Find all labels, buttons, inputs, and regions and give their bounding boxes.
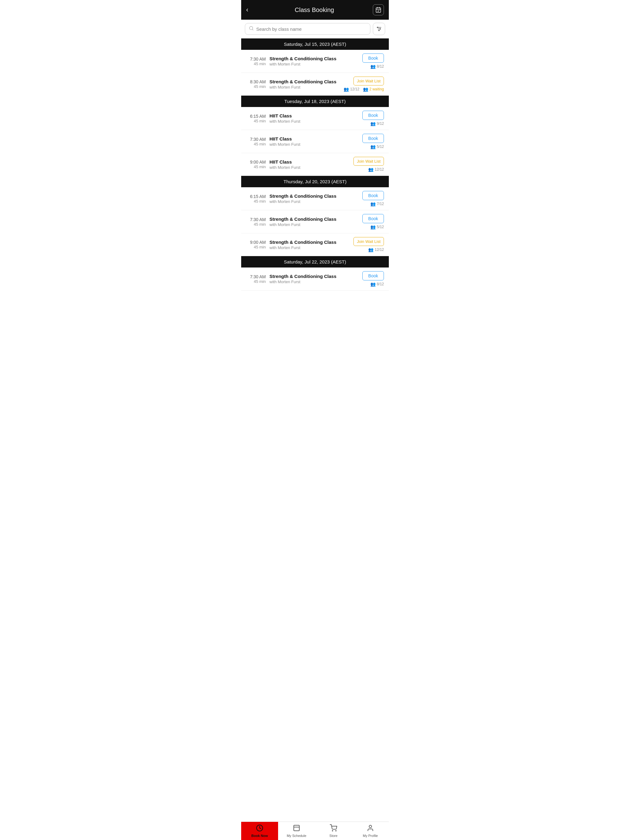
class-instructor: with Morten Furst bbox=[269, 85, 340, 90]
svg-point-9 bbox=[377, 27, 378, 28]
class-action: Join Wait List👥12/12 bbox=[353, 157, 384, 172]
class-row: 9:00 AM45 minHIIT Classwith Morten Furst… bbox=[241, 153, 389, 176]
calendar-button[interactable] bbox=[373, 4, 384, 15]
search-input-wrap bbox=[245, 23, 370, 35]
waitlist-button[interactable]: Join Wait List bbox=[353, 77, 384, 85]
class-info: Strength & Conditioning Classwith Morten… bbox=[269, 79, 340, 90]
class-instructor: with Morten Furst bbox=[269, 222, 353, 227]
class-duration: 45 min bbox=[246, 119, 266, 123]
waitlist-button[interactable]: Join Wait List bbox=[353, 237, 384, 246]
people-icon: 👥 bbox=[370, 224, 375, 229]
class-row: 6:15 AM45 minStrength & Conditioning Cla… bbox=[241, 187, 389, 210]
bottom-nav: Book NowMy ScheduleStoreMy Profile bbox=[241, 821, 389, 840]
book-button[interactable]: Book bbox=[362, 271, 384, 280]
waitlist-button[interactable]: Join Wait List bbox=[353, 157, 384, 166]
class-action: Book👥5/12 bbox=[356, 214, 384, 229]
class-duration: 45 min bbox=[246, 142, 266, 146]
section-header-3: Saturday, Jul 22, 2023 (AEST) bbox=[241, 256, 389, 267]
page-title: Class Booking bbox=[256, 6, 373, 14]
class-time-main: 8:30 AM bbox=[246, 79, 266, 84]
capacity-info: 👥9/12 bbox=[370, 121, 384, 126]
svg-line-5 bbox=[252, 29, 253, 30]
nav-item-book-now[interactable]: Book Now bbox=[241, 822, 278, 840]
class-info: HIIT Classwith Morten Furst bbox=[269, 113, 353, 123]
book-button[interactable]: Book bbox=[362, 54, 384, 63]
class-duration: 45 min bbox=[246, 62, 266, 66]
capacity-text: 8/12 bbox=[377, 64, 384, 69]
svg-rect-13 bbox=[294, 825, 299, 831]
class-action: Book👥8/12 bbox=[356, 54, 384, 69]
capacity-text: 12/12 bbox=[350, 87, 359, 91]
capacity-text: 12/12 bbox=[375, 248, 384, 252]
class-row: 7:30 AM45 minStrength & Conditioning Cla… bbox=[241, 267, 389, 291]
class-info: Strength & Conditioning Classwith Morten… bbox=[269, 193, 353, 204]
people-icon: 👥 bbox=[368, 167, 374, 172]
class-info: HIIT Classwith Morten Furst bbox=[269, 136, 353, 147]
class-row: 7:30 AM45 minStrength & Conditioning Cla… bbox=[241, 210, 389, 234]
class-info: Strength & Conditioning Classwith Morten… bbox=[269, 274, 353, 284]
people-icon: 👥 bbox=[370, 144, 375, 149]
class-name: HIIT Class bbox=[269, 159, 350, 164]
class-time-main: 7:30 AM bbox=[246, 137, 266, 142]
back-button[interactable]: ‹ bbox=[246, 6, 256, 14]
class-duration: 45 min bbox=[246, 164, 266, 169]
class-duration: 45 min bbox=[246, 279, 266, 284]
book-button[interactable]: Book bbox=[362, 111, 384, 120]
class-time: 6:15 AM45 min bbox=[246, 194, 266, 204]
capacity-info: 👥8/12 bbox=[370, 282, 384, 287]
capacity-text: 12/12 bbox=[375, 167, 384, 172]
book-button[interactable]: Book bbox=[362, 134, 384, 143]
class-name: Strength & Conditioning Class bbox=[269, 240, 350, 245]
class-instructor: with Morten Furst bbox=[269, 142, 353, 147]
class-time-main: 7:30 AM bbox=[246, 217, 266, 222]
capacity-info: 👥5/12 bbox=[370, 144, 384, 149]
people-icon: 👥 bbox=[368, 247, 374, 252]
my-schedule-label: My Schedule bbox=[287, 834, 306, 838]
capacity-info: 👥8/12 bbox=[370, 64, 384, 69]
header: ‹ Class Booking bbox=[241, 0, 389, 20]
section-header-0: Saturday, Jul 15, 2023 (AEST) bbox=[241, 38, 389, 50]
capacity-text: 8/12 bbox=[377, 282, 384, 286]
class-name: Strength & Conditioning Class bbox=[269, 216, 353, 222]
class-duration: 45 min bbox=[246, 199, 266, 204]
class-action: Book👥5/12 bbox=[356, 134, 384, 149]
class-instructor: with Morten Furst bbox=[269, 119, 353, 123]
capacity-info: 👥12/12 👥2 waiting bbox=[343, 87, 384, 92]
class-time: 6:15 AM45 min bbox=[246, 114, 266, 123]
svg-point-11 bbox=[379, 30, 380, 31]
class-row: 8:30 AM45 minStrength & Conditioning Cla… bbox=[241, 73, 389, 96]
people-icon: 👥 bbox=[370, 121, 375, 126]
nav-item-my-schedule[interactable]: My Schedule bbox=[278, 822, 315, 840]
my-schedule-icon bbox=[293, 824, 300, 833]
people-icon: 👥 bbox=[343, 87, 349, 92]
capacity-info: 👥5/12 bbox=[370, 224, 384, 229]
class-time: 9:00 AM45 min bbox=[246, 159, 266, 169]
class-instructor: with Morten Furst bbox=[269, 165, 350, 170]
search-input[interactable] bbox=[256, 27, 366, 32]
nav-item-store[interactable]: Store bbox=[315, 822, 352, 840]
class-name: HIIT Class bbox=[269, 136, 353, 141]
waiting-icon: 👥 bbox=[363, 87, 368, 92]
class-row: 6:15 AM45 minHIIT Classwith Morten Furst… bbox=[241, 107, 389, 130]
nav-item-my-profile[interactable]: My Profile bbox=[352, 822, 389, 840]
book-button[interactable]: Book bbox=[362, 214, 384, 223]
class-time: 9:00 AM45 min bbox=[246, 240, 266, 249]
store-label: Store bbox=[329, 834, 337, 838]
capacity-text: 5/12 bbox=[377, 225, 384, 229]
class-action: Book👥8/12 bbox=[356, 271, 384, 287]
class-action: Book👥7/12 bbox=[356, 191, 384, 206]
class-name: Strength & Conditioning Class bbox=[269, 56, 353, 61]
capacity-text: 9/12 bbox=[377, 122, 384, 126]
class-instructor: with Morten Furst bbox=[269, 62, 353, 66]
filter-button[interactable] bbox=[373, 23, 385, 35]
class-instructor: with Morten Furst bbox=[269, 245, 350, 250]
people-icon: 👥 bbox=[370, 64, 375, 69]
capacity-text: 5/12 bbox=[377, 145, 384, 149]
class-name: Strength & Conditioning Class bbox=[269, 274, 353, 279]
class-time-main: 9:00 AM bbox=[246, 240, 266, 245]
store-icon bbox=[330, 824, 337, 833]
section-header-1: Tuesday, Jul 18, 2023 (AEST) bbox=[241, 96, 389, 107]
book-button[interactable]: Book bbox=[362, 191, 384, 200]
class-time-main: 6:15 AM bbox=[246, 194, 266, 199]
class-name: HIIT Class bbox=[269, 113, 353, 118]
